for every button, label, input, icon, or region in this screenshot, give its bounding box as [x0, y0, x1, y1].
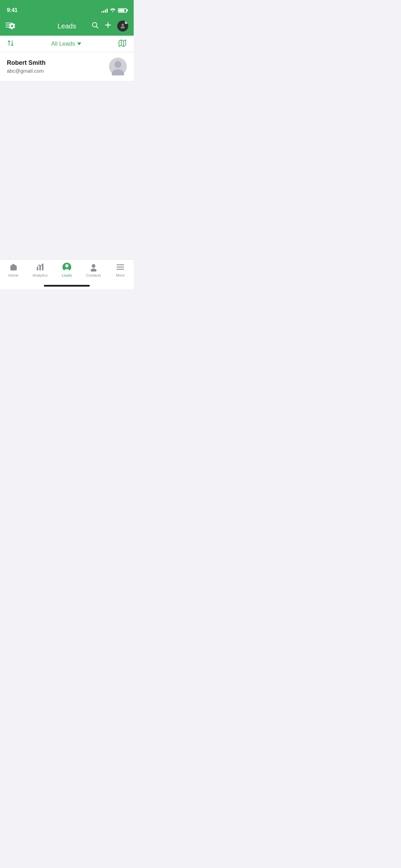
tab-leads[interactable]: Leads — [57, 262, 77, 277]
contacts-icon — [89, 262, 98, 272]
leads-list: Robert Smith abc@gmail.com — [0, 52, 134, 81]
sort-button[interactable] — [7, 39, 14, 48]
map-view-button[interactable] — [118, 39, 127, 49]
status-bar: 9:41 — [0, 0, 134, 16]
navbar-title: Leads — [58, 22, 76, 30]
tab-more-label: More — [116, 273, 124, 277]
signal-icon — [101, 8, 108, 13]
lead-email: abc@gmail.com — [7, 68, 46, 74]
svg-rect-10 — [37, 267, 38, 270]
wifi-icon — [110, 8, 116, 13]
svg-point-14 — [65, 264, 68, 267]
filter-dropdown[interactable]: All Leads — [51, 40, 81, 47]
user-avatar[interactable] — [117, 21, 128, 32]
lead-info: Robert Smith abc@gmail.com — [7, 59, 46, 74]
svg-point-8 — [114, 61, 121, 68]
tab-analytics-label: Analytics — [33, 273, 48, 277]
svg-point-16 — [92, 264, 96, 268]
top-navbar: Leads — [0, 16, 134, 36]
filter-bar: All Leads — [0, 36, 134, 52]
svg-line-1 — [96, 26, 98, 28]
tab-contacts[interactable]: Contacts — [83, 262, 104, 277]
lead-avatar — [109, 58, 127, 75]
svg-point-17 — [90, 268, 96, 272]
analytics-icon — [35, 262, 45, 272]
lead-item[interactable]: Robert Smith abc@gmail.com — [0, 52, 134, 81]
status-icons — [101, 8, 127, 13]
tab-home[interactable]: Home — [3, 262, 24, 277]
nav-right — [91, 21, 128, 32]
more-icon — [116, 262, 125, 272]
svg-point-4 — [122, 24, 124, 26]
dropdown-arrow-icon — [77, 43, 81, 45]
tab-more[interactable]: More — [110, 262, 131, 277]
home-indicator — [44, 285, 90, 287]
filter-label-text: All Leads — [51, 40, 75, 47]
leads-icon — [62, 262, 72, 272]
tab-leads-label: Leads — [62, 273, 72, 277]
settings-icon[interactable] — [5, 21, 18, 31]
status-time: 9:41 — [7, 7, 17, 13]
lead-name: Robert Smith — [7, 59, 46, 67]
search-icon[interactable] — [91, 21, 99, 31]
tab-analytics[interactable]: Analytics — [30, 262, 50, 277]
battery-icon — [118, 8, 127, 13]
nav-left — [5, 21, 18, 31]
tab-contacts-label: Contacts — [86, 273, 101, 277]
tab-home-label: Home — [8, 273, 18, 277]
home-icon — [9, 262, 18, 272]
empty-content-area — [0, 81, 134, 246]
add-icon[interactable] — [104, 21, 112, 31]
